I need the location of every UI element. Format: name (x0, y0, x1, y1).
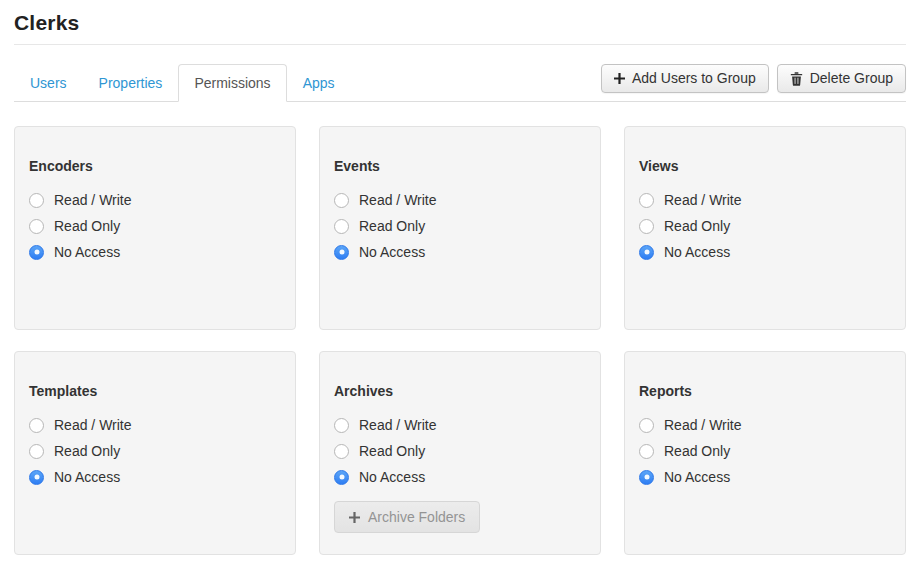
radio-no-access[interactable]: No Access (334, 239, 425, 265)
delete-group-label: Delete Group (810, 70, 893, 87)
radio-circle[interactable] (639, 245, 654, 260)
radio-read-only[interactable]: Read Only (639, 213, 730, 239)
radio-read-only[interactable]: Read Only (639, 438, 730, 464)
toolbar: Add Users to Group (601, 64, 906, 99)
radio-label: Read Only (54, 218, 120, 234)
trash-icon (790, 72, 803, 86)
radio-circle[interactable] (639, 219, 654, 234)
radio-no-access[interactable]: No Access (639, 464, 730, 490)
radio-label: Read / Write (54, 417, 132, 433)
page-title: Clerks (14, 0, 906, 45)
radio-read-only[interactable]: Read Only (334, 438, 425, 464)
radio-label: No Access (54, 244, 120, 260)
card-title: Archives (334, 383, 586, 399)
radio-no-access[interactable]: No Access (29, 464, 120, 490)
radio-label: No Access (664, 244, 730, 260)
radio-circle[interactable] (334, 418, 349, 433)
radio-label: No Access (359, 469, 425, 485)
radio-circle[interactable] (29, 470, 44, 485)
delete-group-button[interactable]: Delete Group (777, 64, 906, 93)
radio-read-write[interactable]: Read / Write (29, 412, 132, 438)
permission-card-encoders: Encoders Read / Write Read Only No Acces… (14, 126, 296, 330)
radio-circle[interactable] (29, 193, 44, 208)
radio-circle[interactable] (639, 418, 654, 433)
archive-folders-button[interactable]: Archive Folders (334, 501, 480, 533)
permission-card-templates: Templates Read / Write Read Only No Acce… (14, 351, 296, 555)
card-title: Reports (639, 383, 891, 399)
radio-circle[interactable] (334, 245, 349, 260)
radio-read-write[interactable]: Read / Write (29, 187, 132, 213)
radio-label: No Access (359, 244, 425, 260)
plus-icon (349, 512, 360, 523)
radio-no-access[interactable]: No Access (639, 239, 730, 265)
radio-read-write[interactable]: Read / Write (334, 412, 437, 438)
radio-circle[interactable] (29, 219, 44, 234)
radio-label: No Access (54, 469, 120, 485)
radio-circle[interactable] (334, 219, 349, 234)
radio-circle[interactable] (29, 418, 44, 433)
permission-card-events: Events Read / Write Read Only No Access (319, 126, 601, 330)
radio-label: Read / Write (664, 417, 742, 433)
radio-label: Read Only (664, 218, 730, 234)
tab-properties[interactable]: Properties (83, 64, 179, 102)
radio-label: Read Only (359, 218, 425, 234)
radio-circle[interactable] (334, 470, 349, 485)
card-title: Views (639, 158, 891, 174)
tab-users[interactable]: Users (14, 64, 83, 102)
add-users-to-group-button[interactable]: Add Users to Group (601, 64, 769, 93)
radio-circle[interactable] (639, 193, 654, 208)
add-users-to-group-label: Add Users to Group (632, 70, 756, 87)
radio-label: Read / Write (359, 417, 437, 433)
radio-label: Read Only (664, 443, 730, 459)
radio-circle[interactable] (334, 193, 349, 208)
radio-read-write[interactable]: Read / Write (334, 187, 437, 213)
radio-label: Read / Write (359, 192, 437, 208)
radio-label: No Access (664, 469, 730, 485)
permission-card-archives: Archives Read / Write Read Only No Acces… (319, 351, 601, 555)
page: Clerks Users Properties Permissions Apps… (0, 0, 920, 555)
permission-card-views: Views Read / Write Read Only No Access (624, 126, 906, 330)
radio-read-write[interactable]: Read / Write (639, 412, 742, 438)
radio-circle[interactable] (639, 470, 654, 485)
radio-circle[interactable] (29, 245, 44, 260)
plus-icon (614, 73, 625, 84)
radio-circle[interactable] (29, 444, 44, 459)
card-title: Templates (29, 383, 281, 399)
radio-circle[interactable] (639, 444, 654, 459)
radio-label: Read Only (54, 443, 120, 459)
card-title: Encoders (29, 158, 281, 174)
radio-read-write[interactable]: Read / Write (639, 187, 742, 213)
radio-no-access[interactable]: No Access (334, 464, 425, 490)
radio-label: Read Only (359, 443, 425, 459)
radio-read-only[interactable]: Read Only (29, 213, 120, 239)
tab-permissions[interactable]: Permissions (178, 64, 286, 102)
tab-apps[interactable]: Apps (287, 64, 351, 102)
permissions-grid: Encoders Read / Write Read Only No Acces… (14, 126, 906, 555)
permission-card-reports: Reports Read / Write Read Only No Access (624, 351, 906, 555)
radio-label: Read / Write (54, 192, 132, 208)
tab-bar: Users Properties Permissions Apps Add Us… (14, 64, 906, 102)
radio-no-access[interactable]: No Access (29, 239, 120, 265)
radio-read-only[interactable]: Read Only (334, 213, 425, 239)
radio-circle[interactable] (334, 444, 349, 459)
radio-label: Read / Write (664, 192, 742, 208)
radio-read-only[interactable]: Read Only (29, 438, 120, 464)
card-title: Events (334, 158, 586, 174)
archive-folders-label: Archive Folders (368, 509, 465, 525)
